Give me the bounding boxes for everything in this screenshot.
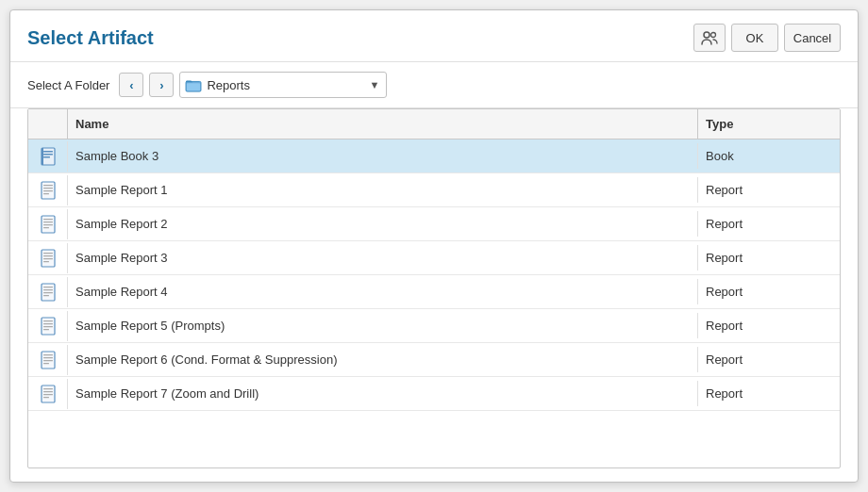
- row-name: Sample Report 6 (Cond. Format & Suppress…: [68, 347, 698, 372]
- header-buttons: OK Cancel: [693, 24, 841, 52]
- svg-rect-37: [43, 360, 53, 361]
- svg-rect-43: [43, 397, 49, 398]
- row-icon: [28, 175, 68, 205]
- th-type: Type: [698, 109, 840, 139]
- cancel-button[interactable]: Cancel: [784, 24, 841, 52]
- row-icon: [28, 141, 68, 172]
- nav-forward-button[interactable]: ›: [149, 73, 174, 97]
- table-row[interactable]: Sample Report 6 (Cond. Format & Suppress…: [28, 343, 840, 377]
- row-icon: [28, 209, 68, 239]
- svg-point-0: [704, 32, 709, 38]
- svg-rect-26: [43, 289, 53, 290]
- svg-point-1: [711, 33, 716, 38]
- svg-rect-10: [43, 185, 53, 186]
- row-type: Report: [698, 381, 840, 406]
- toolbar: Select A Folder ‹ › Reports ▼: [10, 62, 858, 108]
- svg-rect-13: [43, 193, 49, 194]
- row-icon: [28, 277, 68, 307]
- ok-button[interactable]: OK: [731, 24, 778, 52]
- folder-label: Select A Folder: [27, 78, 109, 92]
- folder-dropdown-icon: ▼: [367, 79, 383, 90]
- svg-rect-3: [187, 83, 200, 90]
- svg-rect-20: [43, 253, 53, 254]
- svg-rect-8: [42, 148, 43, 165]
- row-name: Sample Report 7 (Zoom and Drill): [68, 381, 698, 406]
- row-icon: [28, 379, 68, 409]
- row-name: Sample Report 3: [68, 245, 698, 271]
- row-icon: [28, 345, 68, 375]
- svg-rect-22: [43, 258, 53, 259]
- users-button[interactable]: [693, 24, 726, 52]
- dialog-title: Select Artifact: [27, 27, 154, 49]
- svg-rect-38: [43, 363, 49, 364]
- svg-rect-21: [43, 255, 53, 256]
- svg-rect-6: [43, 154, 53, 156]
- folder-name: Reports: [207, 78, 366, 92]
- row-type: Report: [698, 313, 840, 338]
- svg-rect-5: [43, 151, 53, 153]
- svg-rect-7: [43, 156, 50, 158]
- svg-rect-11: [43, 188, 53, 189]
- svg-rect-31: [43, 323, 53, 324]
- row-type: Report: [698, 245, 840, 271]
- svg-rect-32: [43, 326, 53, 327]
- svg-rect-30: [43, 320, 53, 321]
- svg-rect-15: [43, 219, 53, 220]
- table-header: Name Type: [28, 109, 840, 139]
- row-icon: [28, 311, 68, 341]
- svg-rect-17: [43, 224, 53, 225]
- table-row[interactable]: Sample Report 3Report: [28, 241, 840, 275]
- svg-rect-40: [43, 388, 53, 389]
- artifact-table: Name Type Sample Book 3Book Sample Repor…: [27, 108, 841, 468]
- svg-rect-23: [43, 261, 49, 262]
- svg-rect-35: [43, 354, 53, 355]
- svg-rect-33: [43, 329, 49, 330]
- svg-rect-36: [43, 357, 53, 358]
- row-type: Report: [698, 211, 840, 237]
- row-type: Report: [698, 177, 840, 203]
- table-row[interactable]: Sample Report 4Report: [28, 275, 840, 309]
- table-row[interactable]: Sample Report 2Report: [28, 207, 840, 241]
- row-type: Report: [698, 279, 840, 304]
- th-icon: [28, 109, 68, 139]
- row-name: Sample Report 2: [68, 211, 698, 237]
- row-name: Sample Report 1: [68, 177, 698, 203]
- svg-rect-28: [43, 295, 49, 296]
- row-icon: [28, 243, 68, 273]
- select-artifact-dialog: Select Artifact OK Cancel Select A Folde…: [9, 9, 859, 483]
- table-body: Sample Book 3Book Sample Report 1Report …: [28, 139, 840, 467]
- row-type: Book: [698, 143, 840, 169]
- svg-rect-42: [43, 394, 53, 395]
- table-row[interactable]: Sample Report 1Report: [28, 173, 840, 207]
- row-name: Sample Book 3: [68, 143, 698, 169]
- folder-icon: [184, 76, 203, 93]
- rows-wrapper[interactable]: Sample Book 3Book Sample Report 1Report …: [28, 139, 840, 467]
- table-row[interactable]: Sample Book 3Book: [28, 139, 840, 173]
- dialog-header: Select Artifact OK Cancel: [10, 10, 858, 62]
- svg-rect-12: [43, 190, 53, 191]
- table-row[interactable]: Sample Report 7 (Zoom and Drill)Report: [28, 377, 840, 411]
- nav-back-button[interactable]: ‹: [119, 73, 143, 97]
- svg-rect-18: [43, 227, 49, 228]
- row-type: Report: [698, 347, 840, 372]
- folder-select[interactable]: Reports ▼: [179, 72, 387, 98]
- row-name: Sample Report 4: [68, 279, 698, 304]
- svg-rect-27: [43, 292, 53, 293]
- svg-rect-41: [43, 391, 53, 392]
- svg-rect-25: [43, 287, 53, 287]
- svg-rect-16: [43, 221, 53, 222]
- row-name: Sample Report 5 (Prompts): [68, 313, 698, 338]
- table-row[interactable]: Sample Report 5 (Prompts)Report: [28, 309, 840, 343]
- th-name: Name: [68, 109, 698, 139]
